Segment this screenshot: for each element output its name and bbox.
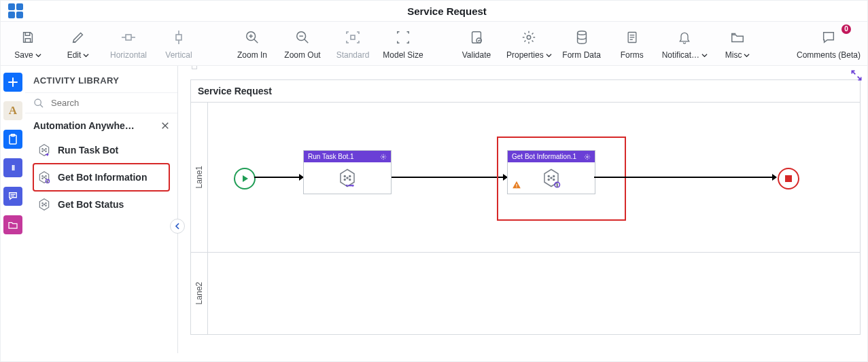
form-data-label: Form Data bbox=[562, 50, 601, 60]
horizontal-layout-button[interactable]: Horizontal bbox=[108, 29, 149, 60]
properties-button[interactable]: Properties bbox=[506, 29, 552, 60]
forms-label: Forms bbox=[621, 50, 644, 60]
form-data-button[interactable]: Form Data bbox=[561, 29, 602, 60]
validate-button[interactable]: Validate bbox=[456, 29, 497, 60]
start-event[interactable] bbox=[234, 168, 256, 189]
library-group-header[interactable]: Automation Anywhe… bbox=[33, 120, 169, 131]
svg-rect-13 bbox=[351, 35, 355, 39]
hexagon-bot-icon: i bbox=[541, 168, 561, 188]
rail-add-button[interactable] bbox=[3, 73, 22, 92]
rail-folder-button[interactable] bbox=[3, 215, 22, 234]
expand-icon bbox=[850, 69, 863, 82]
sequence-flow[interactable] bbox=[254, 177, 303, 178]
vertical-label: Vertical bbox=[165, 50, 192, 60]
library-item-get-bot-status[interactable]: Get Bot Status bbox=[33, 191, 169, 218]
left-rail: A II bbox=[1, 66, 25, 353]
sequence-flow[interactable] bbox=[594, 177, 776, 178]
library-search[interactable] bbox=[25, 92, 177, 113]
zoom-out-button[interactable]: Zoom Out bbox=[282, 29, 323, 60]
standard-label: Standard bbox=[336, 50, 370, 60]
apps-grid-icon[interactable] bbox=[5, 3, 27, 18]
library-item-get-bot-information[interactable]: i Get Bot Information bbox=[33, 164, 169, 191]
svg-point-35 bbox=[42, 178, 43, 179]
collapse-library-handle[interactable] bbox=[170, 219, 185, 234]
svg-point-30 bbox=[42, 151, 43, 151]
svg-point-32 bbox=[44, 149, 44, 150]
chevron-down-icon bbox=[546, 52, 552, 58]
task-title: Run Task Bot.1 bbox=[308, 153, 354, 160]
task-get-bot-information[interactable]: Get Bot Information.1 i bbox=[507, 150, 595, 194]
chevron-down-icon bbox=[83, 52, 89, 58]
horizontal-label: Horizontal bbox=[110, 50, 147, 60]
svg-point-48 bbox=[344, 179, 345, 181]
library-item-label: Get Bot Information bbox=[58, 172, 147, 183]
lane-2: Lane2 bbox=[191, 252, 860, 334]
svg-rect-3 bbox=[176, 35, 181, 40]
rail-chat-button[interactable] bbox=[3, 187, 22, 206]
comments-count-badge: 0 bbox=[841, 24, 851, 34]
main-toolbar: Save Edit Horizontal Vertical Zoom In Zo… bbox=[1, 22, 867, 66]
hexagon-bot-icon: i bbox=[37, 170, 51, 184]
stop-icon bbox=[785, 175, 792, 182]
svg-point-37 bbox=[44, 177, 44, 177]
library-search-input[interactable] bbox=[50, 97, 169, 109]
lane-1-label[interactable]: Lane1 bbox=[191, 103, 208, 252]
misc-button[interactable]: Misc bbox=[717, 29, 758, 60]
notifications-label: Notificat… bbox=[662, 50, 699, 60]
rail-activities-button[interactable]: A bbox=[3, 101, 22, 120]
warning-icon bbox=[512, 180, 521, 189]
activity-library-panel: ACTIVITY LIBRARY Automation Anywhe… Run … bbox=[25, 66, 178, 353]
model-size-button[interactable]: Model Size bbox=[383, 29, 423, 60]
forms-button[interactable]: Forms bbox=[612, 29, 653, 60]
save-label: Save bbox=[14, 50, 33, 60]
svg-point-56 bbox=[551, 177, 552, 179]
hexagon-bot-icon bbox=[37, 198, 51, 211]
process-canvas[interactable]: Service Request Lane1 Run Task Bot.1 bbox=[178, 66, 867, 353]
edit-button[interactable]: Edit bbox=[58, 29, 99, 60]
close-icon[interactable] bbox=[161, 122, 169, 130]
zoom-in-label: Zoom In bbox=[237, 50, 267, 60]
zoom-out-label: Zoom Out bbox=[284, 50, 320, 60]
library-item-run-task-bot[interactable]: Run Task Bot bbox=[33, 137, 169, 164]
svg-point-31 bbox=[46, 151, 46, 151]
svg-point-34 bbox=[46, 176, 46, 177]
properties-label: Properties bbox=[506, 50, 544, 60]
svg-point-49 bbox=[349, 179, 351, 181]
rail-translate-button[interactable]: II bbox=[3, 158, 22, 177]
svg-point-55 bbox=[553, 179, 555, 181]
chevron-down-icon bbox=[744, 52, 750, 58]
svg-point-44 bbox=[44, 204, 44, 204]
gear-icon[interactable] bbox=[380, 153, 387, 160]
plus-icon bbox=[8, 77, 18, 87]
zoom-in-button[interactable]: Zoom In bbox=[232, 29, 273, 60]
svg-point-53 bbox=[553, 176, 555, 177]
folder-icon bbox=[8, 221, 18, 229]
svg-point-41 bbox=[46, 203, 46, 204]
svg-point-50 bbox=[347, 177, 348, 179]
notifications-button[interactable]: Notificat… bbox=[662, 29, 708, 60]
hexagon-bot-icon bbox=[337, 168, 358, 188]
canvas-guide bbox=[192, 66, 197, 69]
gear-icon[interactable] bbox=[584, 153, 591, 160]
lane-2-label[interactable]: Lane2 bbox=[191, 253, 208, 334]
end-event[interactable] bbox=[778, 168, 799, 189]
save-button[interactable]: Save bbox=[7, 29, 48, 60]
svg-point-51 bbox=[587, 156, 589, 158]
svg-point-54 bbox=[548, 179, 549, 181]
sequence-flow[interactable] bbox=[392, 177, 507, 178]
standard-button[interactable]: Standard bbox=[332, 29, 373, 60]
process-pool: Service Request Lane1 Run Task Bot.1 bbox=[190, 79, 861, 335]
svg-line-27 bbox=[40, 105, 43, 107]
vertical-layout-button[interactable]: Vertical bbox=[158, 29, 199, 60]
rail-clipboard-button[interactable] bbox=[3, 130, 22, 149]
search-icon bbox=[33, 98, 44, 109]
task-run-task-bot[interactable]: Run Task Bot.1 bbox=[303, 150, 392, 194]
comments-button[interactable]: 0 Comments (Beta) bbox=[797, 29, 861, 60]
chevron-left-icon bbox=[175, 223, 180, 230]
svg-point-28 bbox=[42, 149, 43, 149]
fullscreen-button[interactable] bbox=[850, 69, 863, 82]
svg-rect-60 bbox=[516, 187, 517, 187]
model-size-label: Model Size bbox=[383, 50, 423, 60]
play-icon bbox=[243, 175, 248, 182]
svg-point-29 bbox=[46, 149, 46, 149]
